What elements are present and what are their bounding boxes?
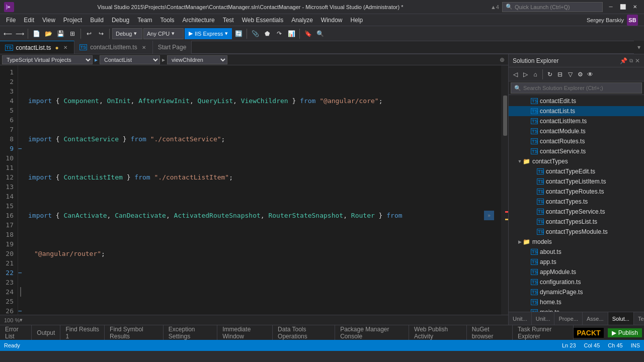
toolbar-saveall-button[interactable]: ⊞: [67, 28, 78, 39]
toolbar-profile-button[interactable]: 📊: [286, 28, 297, 39]
tree-item-about[interactable]: TS about.ts: [509, 247, 644, 257]
tree-item-contactlist[interactable]: TS contactList.ts: [509, 106, 644, 116]
tab-startpage[interactable]: Start Page: [153, 41, 192, 54]
zoom-dropdown-icon[interactable]: ▾: [20, 317, 23, 323]
menu-edit[interactable]: Edit: [20, 14, 38, 26]
code-container[interactable]: 12345678 9101112131415161718192021 22232…: [0, 65, 508, 315]
se-refresh-button[interactable]: ↻: [545, 70, 554, 79]
bottom-tab-findsymbol[interactable]: Find Symbol Results: [105, 325, 164, 340]
tree-item-contacttypes[interactable]: TS contactTypes.ts: [509, 197, 644, 207]
tab-contactlistitem[interactable]: TS contactListItem.ts ✕: [74, 41, 153, 54]
tree-item-contactedit[interactable]: TS contactEdit.ts: [509, 96, 644, 106]
tree-item-contacttypeedit[interactable]: TS contactTypeEdit.ts: [509, 166, 644, 176]
platform-dropdown[interactable]: Any CPU ▾: [143, 28, 184, 39]
tree-item-contactlistitem[interactable]: TS contactListItem.ts: [509, 116, 644, 126]
bottom-tab-packagemgr[interactable]: Package Manager Console: [335, 325, 409, 340]
se-close-button[interactable]: ✕: [635, 57, 640, 64]
tab-overflow-button[interactable]: ▾: [634, 41, 644, 54]
tree-item-app[interactable]: TS app.ts: [509, 257, 644, 267]
toolbar-back-button[interactable]: ⟵: [2, 28, 13, 39]
rbt-unit2[interactable]: Unit...: [532, 312, 555, 325]
code-editor[interactable]: import { Component, OnInit, AfterViewIni…: [24, 65, 501, 315]
bottom-tab-webpublish[interactable]: Web Publish Activity: [409, 325, 467, 340]
se-settings-button[interactable]: ⚙: [576, 70, 585, 79]
toolbar-find-button[interactable]: 🔍: [314, 28, 326, 39]
toolbar-save-button[interactable]: 💾: [55, 28, 66, 39]
se-back-button[interactable]: ◁: [511, 70, 520, 79]
close-button[interactable]: ✕: [630, 3, 640, 11]
rbt-team[interactable]: Team...: [634, 312, 644, 325]
scrollbar-thumb[interactable]: [503, 96, 507, 136]
tree-item-contactroutes[interactable]: TS contactRoutes.ts: [509, 136, 644, 146]
tree-item-contacttyperoutes[interactable]: TS contactTypeRoutes.ts: [509, 187, 644, 197]
se-search-input[interactable]: [523, 85, 638, 91]
tree-item-dynamicpage[interactable]: TS dynamicPage.ts: [509, 287, 644, 297]
tab-close-contactlistitem[interactable]: ✕: [140, 44, 147, 51]
tree-item-contactservice[interactable]: TS contactService.ts: [509, 146, 644, 156]
tree-item-models-folder[interactable]: ▶ 📁 models: [509, 237, 644, 247]
menu-debug[interactable]: Debug: [108, 14, 133, 26]
rbt-solut[interactable]: Solut...: [608, 312, 634, 325]
se-home-button[interactable]: ⌂: [531, 70, 540, 79]
menu-file[interactable]: File: [2, 14, 20, 26]
toolbar-bp-button[interactable]: ⬟: [262, 28, 273, 39]
quick-launch[interactable]: 🔍 Quick Launch (Ctrl+Q): [502, 2, 603, 12]
tree-item-contactmodule[interactable]: TS contactModule.ts: [509, 126, 644, 136]
tab-close-contactlist[interactable]: ✕: [62, 44, 69, 51]
toolbar-step-button[interactable]: ↷: [274, 28, 285, 39]
run-button[interactable]: ▶ IIS Express ▾: [185, 28, 232, 39]
project-selector[interactable]: TypeScript Virtual Projects: [2, 55, 93, 64]
menu-team[interactable]: Team: [133, 14, 156, 26]
menu-test[interactable]: Test: [219, 14, 238, 26]
rbt-asse[interactable]: Asse...: [583, 312, 608, 325]
config-dropdown[interactable]: Debug ▾: [112, 28, 142, 39]
tree-item-home[interactable]: TS home.ts: [509, 297, 644, 307]
tree-item-contacttypeservice[interactable]: TS contactTypeService.ts: [509, 207, 644, 217]
toolbar-attach-button[interactable]: 📎: [250, 28, 261, 39]
menu-analyze[interactable]: Analyze: [287, 14, 317, 26]
expand-editor-button[interactable]: ⊕: [498, 56, 506, 64]
bottom-tab-output[interactable]: Output: [32, 325, 60, 340]
rbt-unit1[interactable]: Unit...: [509, 312, 532, 325]
tree-item-contacttypes-folder[interactable]: ▼ 📁 contactTypes: [509, 156, 644, 166]
se-forward-button[interactable]: ▷: [521, 70, 530, 79]
member-selector[interactable]: viewChildren: [167, 55, 227, 64]
se-filter-button[interactable]: ▽: [566, 70, 575, 79]
se-preview-button[interactable]: 👁: [586, 70, 595, 79]
menu-tools[interactable]: Tools: [156, 14, 179, 26]
toolbar-open-button[interactable]: 📂: [43, 28, 54, 39]
bottom-tab-taskrunner[interactable]: Task Runner Explorer: [513, 325, 574, 340]
toolbar-redo-button[interactable]: ↪: [96, 28, 107, 39]
se-collapse-button[interactable]: ⊟: [555, 70, 565, 79]
tree-item-appmodule[interactable]: TS appModule.ts: [509, 267, 644, 277]
tree-item-contacttypelistitem[interactable]: TS contactTypeListItem.ts: [509, 176, 644, 187]
tree-item-main[interactable]: TS main.ts: [509, 307, 644, 312]
toolbar-undo-button[interactable]: ↩: [84, 28, 95, 39]
bottom-tab-exceptions[interactable]: Exception Settings: [164, 325, 217, 340]
menu-build[interactable]: Build: [86, 14, 108, 26]
bottom-tab-datatools[interactable]: Data Tools Operations: [273, 325, 335, 340]
tab-contactlist[interactable]: TS contactList.ts ● ✕: [0, 41, 74, 54]
se-float-button[interactable]: ⧉: [629, 58, 633, 64]
minimize-button[interactable]: ─: [606, 3, 616, 11]
restore-button[interactable]: ⬜: [618, 3, 628, 11]
toolbar-bookmark-button[interactable]: 🔖: [302, 28, 313, 39]
toolbar-forward-button[interactable]: ⟶: [14, 28, 25, 39]
bottom-tab-findresults[interactable]: Find Results 1: [60, 325, 105, 340]
toolbar-new-button[interactable]: 📄: [31, 28, 42, 39]
se-pin-button[interactable]: 📌: [620, 57, 627, 64]
menu-webessentials[interactable]: Web Essentials: [238, 14, 287, 26]
vertical-scrollbar[interactable]: [501, 65, 508, 315]
menu-project[interactable]: Project: [59, 14, 86, 26]
menu-architecture[interactable]: Architecture: [179, 14, 219, 26]
menu-help[interactable]: Help: [347, 14, 367, 26]
tree-item-configuration[interactable]: TS configuration.ts: [509, 277, 644, 287]
bottom-tab-errorlist[interactable]: Error List: [0, 325, 32, 340]
bottom-tab-nuget[interactable]: NuGet browser: [467, 325, 513, 340]
class-selector[interactable]: ContactList: [100, 55, 160, 64]
menu-window[interactable]: Window: [317, 14, 347, 26]
menu-view[interactable]: View: [38, 14, 59, 26]
publish-button[interactable]: ▶ Publish: [608, 328, 642, 337]
toolbar-refresh-button[interactable]: 🔄: [233, 28, 244, 39]
rbt-prope[interactable]: Prope...: [554, 312, 583, 325]
